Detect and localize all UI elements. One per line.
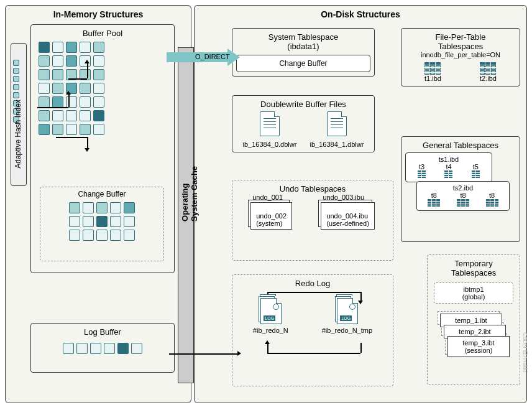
system-tablespace-title: System Tablespace <box>236 32 370 42</box>
doublewrite-box: Doublewrite Buffer Files ib_16384_0.dblw… <box>232 95 375 152</box>
o-direct-arrow: O_DIRECT <box>167 49 241 66</box>
ibtmp1-box: ibtmp1 (global) <box>434 282 513 304</box>
buffer-pool-title: Buffer Pool <box>35 29 170 38</box>
fpt-file-2: t2.ibd <box>480 62 497 82</box>
diagram-root: In-Memory Structures Adaptive Hash Index… <box>5 5 527 403</box>
redo-file-1: LOGLOGLOG #ib_redo_N <box>253 294 288 334</box>
change-buffer-title: Change Buffer <box>43 190 161 198</box>
temporary-tablespaces-title: Temporary Tablespaces <box>431 259 516 277</box>
on-disk-panel: On-Disk Structures System Tablespace (ib… <box>194 5 527 403</box>
log-buffer-title: Log Buffer <box>35 327 170 337</box>
system-change-buffer: Change Buffer <box>236 55 370 72</box>
undo-tablespaces-title: Undo Tablespaces <box>236 184 389 194</box>
ts2-box: ts2.ibd t8 t8 t8 <box>416 181 510 211</box>
fpt-file-1: t1.ibd <box>424 62 441 82</box>
redo-file-2: LOGLOGLOG #ib_redo_N_tmp <box>322 294 372 334</box>
adaptive-hash-index-label: Adaptive Hash Index <box>14 100 22 169</box>
watermark: CSDN @Anakki <box>522 332 528 372</box>
ts1-box: ts1.ibd t3 t4 t5 <box>405 152 492 182</box>
change-buffer-box: Change Buffer <box>40 187 164 261</box>
redo-log-title: Redo Log <box>236 279 389 288</box>
undo-tablespaces-box: Undo Tablespaces undo_001 undo_002 (syst… <box>232 180 393 261</box>
in-memory-panel: In-Memory Structures Adaptive Hash Index… <box>5 5 191 403</box>
file-icon <box>260 111 280 136</box>
in-memory-title: In-Memory Structures <box>6 9 191 19</box>
log-buffer-box: Log Buffer <box>30 323 175 373</box>
file-per-table-box: File-Per-Table Tablespaces innodb_file_p… <box>401 28 520 86</box>
session-temp-box: temp_1.ibt temp_2.ibt temp_3.ibt (sessio… <box>431 309 516 358</box>
redo-log-box: Redo Log LOGLOGLOG #ib_redo_N LOGLOGLOG … <box>232 274 393 386</box>
doublewrite-file-2: ib_16384_1.dblwr <box>310 109 364 148</box>
doublewrite-file-1: ib_16384_0.dblwr <box>243 109 297 148</box>
undo-system: undo_001 undo_002 (system) <box>250 202 292 230</box>
temporary-tablespaces-box: Temporary Tablespaces ibtmp1 (global) te… <box>427 254 520 385</box>
adaptive-hash-index-box: Adaptive Hash Index <box>11 43 27 186</box>
general-tablespaces-box: General Tablespaces ts1.ibd t3 t4 t5 ts2… <box>401 136 520 242</box>
o-direct-label: O_DIRECT <box>195 53 230 60</box>
file-per-table-title: File-Per-Table Tablespaces <box>405 32 516 51</box>
system-tablespace-box: System Tablespace (ibdata1) Change Buffe… <box>232 28 375 77</box>
system-tablespace-subtitle: (ibdata1) <box>236 42 370 51</box>
on-disk-title: On-Disk Structures <box>195 9 526 19</box>
buffer-pool-box: Buffer Pool Change Buffer <box>30 24 175 273</box>
general-tablespaces-title: General Tablespaces <box>405 141 516 150</box>
buffer-pool-grid <box>37 40 170 136</box>
undo-user: undo_003.ibu undo_004.ibu (user-defined) <box>321 202 374 230</box>
os-cache-bar: Operating System Cache <box>178 47 194 383</box>
doublewrite-title: Doublewrite Buffer Files <box>236 100 370 109</box>
os-cache-label: Operating System Cache <box>180 166 199 221</box>
file-icon <box>327 111 347 136</box>
file-per-table-subtitle: innodb_file_per_table=ON <box>405 51 516 58</box>
